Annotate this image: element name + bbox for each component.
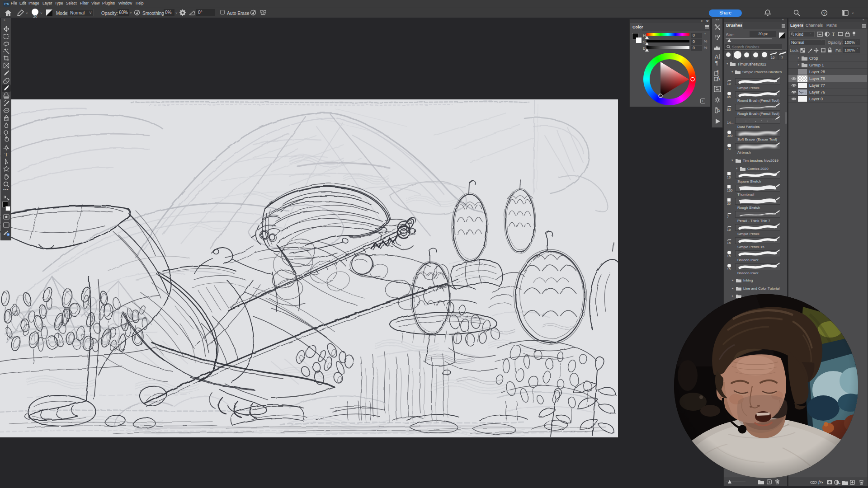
svg-text:¶: ¶ xyxy=(717,70,719,75)
svg-text:¶: ¶ xyxy=(715,59,718,66)
svg-text:A: A xyxy=(717,75,720,81)
svg-text:?: ? xyxy=(823,11,826,15)
svg-text:T: T xyxy=(5,151,8,157)
svg-text:5: 5 xyxy=(718,108,720,113)
